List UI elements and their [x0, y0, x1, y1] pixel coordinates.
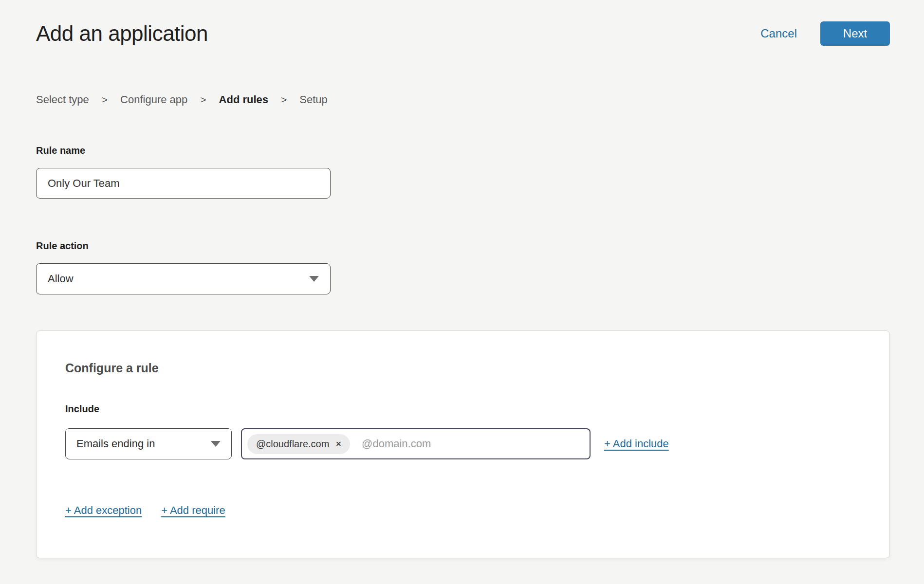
breadcrumb-separator: > [281, 94, 287, 106]
breadcrumb-step-select-type[interactable]: Select type [36, 93, 89, 106]
email-domain-chip: @cloudflare.com ✕ [247, 434, 350, 454]
breadcrumb-step-configure-app[interactable]: Configure app [120, 93, 187, 106]
include-criteria-select[interactable]: Emails ending in [65, 428, 232, 459]
header-actions: Cancel Next [760, 21, 890, 46]
include-rule-row: Emails ending in @cloudflare.com ✕ + Add… [65, 428, 860, 459]
next-button[interactable]: Next [820, 21, 890, 46]
breadcrumb-step-setup[interactable]: Setup [299, 93, 328, 106]
add-exception-link[interactable]: + Add exception [65, 504, 142, 517]
breadcrumb-step-add-rules[interactable]: Add rules [219, 93, 268, 106]
breadcrumb: Select type > Configure app > Add rules … [36, 93, 890, 106]
add-include-link[interactable]: + Add include [604, 438, 669, 450]
email-domains-input[interactable]: @cloudflare.com ✕ [241, 428, 591, 459]
include-label: Include [65, 403, 860, 415]
rule-extra-links: + Add exception + Add require [65, 504, 860, 517]
rule-action-selected-value: Allow [48, 273, 74, 285]
rule-action-section: Rule action Allow [36, 240, 890, 294]
rule-name-section: Rule name [36, 145, 890, 199]
chevron-down-icon [211, 441, 221, 447]
rule-name-label: Rule name [36, 145, 890, 156]
add-require-link[interactable]: + Add require [161, 504, 225, 517]
configure-rule-card: Configure a rule Include Emails ending i… [36, 330, 890, 558]
chip-close-icon[interactable]: ✕ [335, 440, 341, 447]
include-criteria-selected-value: Emails ending in [76, 438, 155, 450]
rule-name-input[interactable] [36, 168, 331, 199]
email-domain-chip-label: @cloudflare.com [256, 438, 329, 450]
add-application-page: Add an application Cancel Next Select ty… [0, 0, 924, 558]
breadcrumb-separator: > [102, 94, 108, 106]
breadcrumb-separator: > [200, 94, 206, 106]
rule-action-select[interactable]: Allow [36, 263, 331, 294]
email-domain-text-input[interactable] [362, 438, 584, 450]
cancel-button[interactable]: Cancel [760, 27, 797, 40]
rule-action-label: Rule action [36, 240, 890, 252]
page-header: Add an application Cancel Next [36, 0, 890, 46]
chevron-down-icon [309, 276, 319, 282]
page-title: Add an application [36, 21, 208, 46]
rule-card-title: Configure a rule [65, 361, 860, 375]
